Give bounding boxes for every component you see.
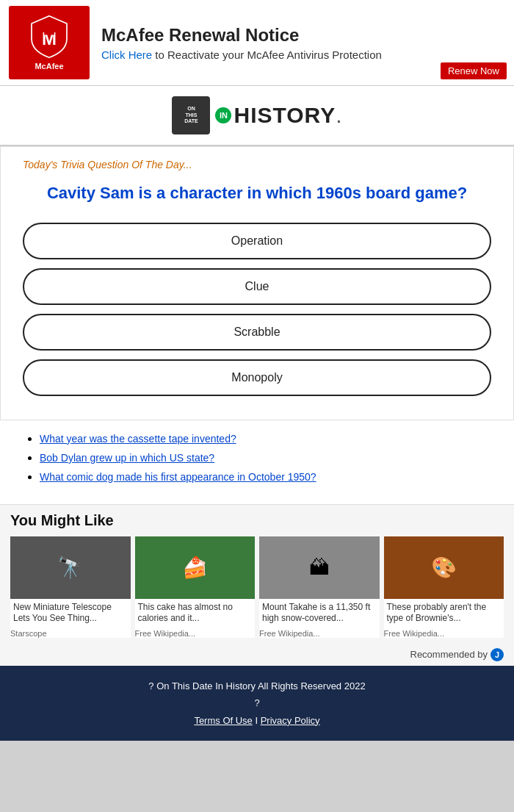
main-container: ON THIS DATE IN HISTORY . Today's Trivia… bbox=[0, 86, 514, 741]
mcafee-logo: M McAfee bbox=[9, 6, 90, 79]
trivia-question: Cavity Sam is a character in which 1960s… bbox=[23, 182, 491, 205]
answer-button-3[interactable]: Scrabble bbox=[23, 314, 491, 351]
renew-now-button[interactable]: Renew Now bbox=[441, 62, 507, 79]
link-2[interactable]: Bob Dylan grew up in which US state? bbox=[40, 452, 214, 464]
answer-button-4[interactable]: Monopoly bbox=[23, 359, 491, 396]
history-dot: . bbox=[336, 103, 341, 128]
link-item-1: What year was the cassette tape invented… bbox=[40, 432, 492, 445]
in-circle: IN bbox=[215, 107, 231, 123]
footer-links: Terms Of Use I Privacy Policy bbox=[15, 712, 499, 729]
history-logo: ON THIS DATE IN HISTORY . bbox=[172, 96, 341, 134]
yml-card-2[interactable]: 🍰This cake has almost no calories and it… bbox=[135, 536, 256, 638]
yml-card-image-2: 🍰 bbox=[135, 536, 256, 599]
yml-card-caption-2: This cake has almost no calories and it.… bbox=[135, 599, 256, 628]
yml-card-1[interactable]: 🔭New Miniature Telescope Lets You See Th… bbox=[10, 536, 131, 638]
link-item-3: What comic dog made his first appearance… bbox=[40, 470, 492, 484]
links-section: What year was the cassette tape invented… bbox=[0, 420, 514, 504]
mcafee-text-block: McAfee Renewal Notice Click Here to Reac… bbox=[101, 25, 505, 61]
link-item-2: Bob Dylan grew up in which US state? bbox=[40, 451, 492, 464]
trivia-links-list: What year was the cassette tape invented… bbox=[22, 432, 492, 484]
yml-card-source-1: Starscope bbox=[10, 629, 131, 638]
yml-card-3[interactable]: 🏔Mount Takahe is a 11,350 ft high snow-c… bbox=[259, 536, 380, 638]
mcafee-title: McAfee Renewal Notice bbox=[101, 25, 505, 46]
svg-text:M: M bbox=[42, 29, 57, 48]
link-3[interactable]: What comic dog made his first appearance… bbox=[40, 471, 316, 483]
cal-line2: THIS bbox=[185, 112, 197, 118]
you-might-like-grid: 🔭New Miniature Telescope Lets You See Th… bbox=[10, 536, 504, 638]
cal-line1: ON bbox=[187, 106, 195, 112]
terms-of-use-link[interactable]: Terms Of Use bbox=[194, 715, 252, 726]
mcafee-banner: M McAfee McAfee Renewal Notice Click Her… bbox=[0, 0, 514, 86]
footer-line1: ? On This Date In History All Rights Res… bbox=[15, 678, 499, 694]
mcafee-click-here-link[interactable]: Click Here bbox=[101, 48, 152, 61]
mcafee-label: McAfee bbox=[35, 62, 63, 71]
svg-rect-1 bbox=[44, 32, 54, 35]
yml-card-image-1: 🔭 bbox=[10, 536, 131, 599]
footer-line2: ? bbox=[15, 694, 499, 711]
yml-card-image-3: 🏔 bbox=[259, 536, 380, 599]
footer: ? On This Date In History All Rights Res… bbox=[0, 666, 514, 741]
yml-card-caption-4: These probably aren't the type of Browni… bbox=[384, 599, 504, 628]
recommended-by-text: Recommended by bbox=[410, 649, 488, 660]
answer-button-1[interactable]: Operation bbox=[23, 223, 491, 259]
yml-card-caption-3: Mount Takahe is a 11,350 ft high snow-co… bbox=[259, 599, 380, 628]
link-1[interactable]: What year was the cassette tape invented… bbox=[40, 433, 236, 445]
yml-card-caption-1: New Miniature Telescope Lets You See Thi… bbox=[10, 599, 131, 628]
you-might-like-title: You Might Like bbox=[10, 512, 504, 529]
trivia-label: Today's Trivia Question Of The Day... bbox=[23, 159, 491, 170]
yml-card-source-2: Free Wikipedia... bbox=[135, 629, 256, 638]
history-text: HISTORY bbox=[234, 103, 336, 128]
you-might-like-section: You Might Like 🔭New Miniature Telescope … bbox=[0, 504, 514, 644]
answer-button-2[interactable]: Clue bbox=[23, 268, 491, 305]
yml-card-source-4: Free Wikipedia... bbox=[384, 629, 504, 638]
calendar-icon: ON THIS DATE bbox=[172, 96, 210, 134]
mcafee-subtitle-text: to Reactivate your McAfee Antivirus Prot… bbox=[155, 48, 381, 61]
history-header: ON THIS DATE IN HISTORY . bbox=[0, 86, 514, 146]
yml-card-source-3: Free Wikipedia... bbox=[259, 629, 380, 638]
recommended-by-bar: Recommended by J bbox=[0, 644, 514, 666]
yml-card-image-4: 🎨 bbox=[384, 536, 504, 599]
yml-card-4[interactable]: 🎨These probably aren't the type of Brown… bbox=[384, 536, 504, 638]
trivia-section: Today's Trivia Question Of The Day... Ca… bbox=[0, 146, 514, 420]
privacy-policy-link[interactable]: Privacy Policy bbox=[261, 715, 320, 726]
footer-separator: I bbox=[255, 715, 260, 726]
j-badge-icon: J bbox=[491, 648, 504, 661]
mcafee-subtitle: Click Here to Reactivate your McAfee Ant… bbox=[101, 48, 505, 61]
mcafee-shield-icon: M bbox=[27, 15, 71, 59]
cal-line3: DATE bbox=[184, 118, 198, 124]
